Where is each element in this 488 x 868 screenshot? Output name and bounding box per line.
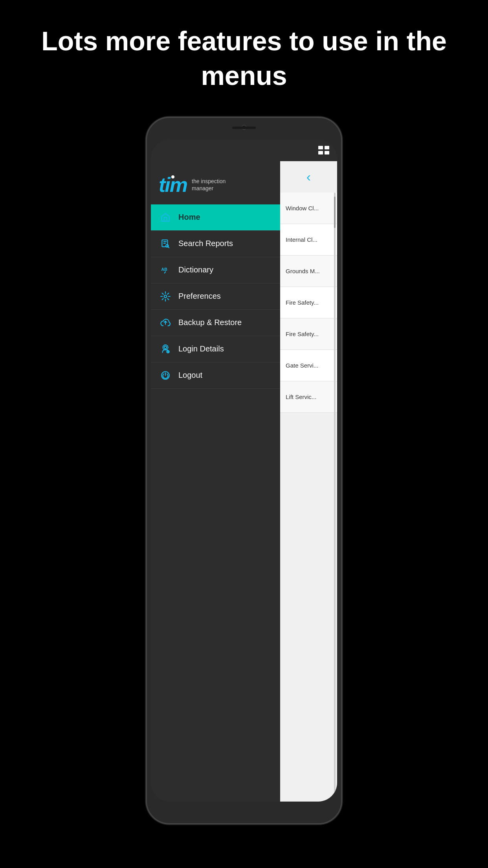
logo-dot [171,175,174,178]
menu-backup-label: Backup & Restore [178,318,242,327]
screen-content: tim the inspection manager [151,161,337,802]
back-button[interactable]: ‹ [280,161,337,193]
overlay-item-gate-service[interactable]: Gate Servi... [280,350,337,381]
menu-home-label: Home [178,213,200,222]
menu-logout-label: Logout [178,371,202,380]
back-chevron-icon: ‹ [306,169,311,184]
overlay-items-list: Window Cl... Internal Cl... Grounds M...… [280,193,337,802]
headline-text: Lots more features to use in the menus [0,0,488,109]
phone-speaker [232,127,256,129]
preferences-icon [160,291,171,302]
svg-text:AB: AB [161,267,167,272]
phone-screen: tim the inspection manager [151,140,337,802]
search-reports-icon [160,238,171,250]
overlay-item-fire-safety-2[interactable]: Fire Safety... [280,318,337,350]
menu-login-label: Login Details [178,344,224,353]
scrollbar[interactable] [334,193,336,802]
home-icon [160,211,171,223]
overlay-panel: ‹ Window Cl... Internal Cl... Grou [280,161,337,802]
top-bar [151,140,337,161]
overlay-item-grounds[interactable]: Grounds M... [280,256,337,287]
phone-body: tim the inspection manager [146,117,342,824]
menu-preferences-label: Preferences [178,292,221,301]
logo-subtitle: the inspection manager [192,178,226,192]
svg-point-3 [164,295,167,298]
logout-icon [160,370,171,381]
overlay-item-lift-service[interactable]: Lift Servic... [280,381,337,413]
login-icon [160,343,171,355]
logo: tim the inspection manager [159,173,226,197]
menu-search-label: Search Reports [178,239,233,248]
hamburger-icon[interactable] [318,146,329,154]
overlay-item-internal-cleaning[interactable]: Internal Cl... [280,224,337,256]
overlay-item-fire-safety-1[interactable]: Fire Safety... [280,287,337,318]
backup-icon [160,317,171,329]
logo-tim: tim [159,173,187,197]
menu-dictionary-label: Dictionary [178,265,213,274]
overlay-item-window-cleaning[interactable]: Window Cl... [280,193,337,224]
scrollbar-thumb [334,197,336,228]
phone-device: tim the inspection manager [146,117,342,824]
svg-point-5 [164,346,167,349]
dictionary-icon: AB [160,264,171,276]
